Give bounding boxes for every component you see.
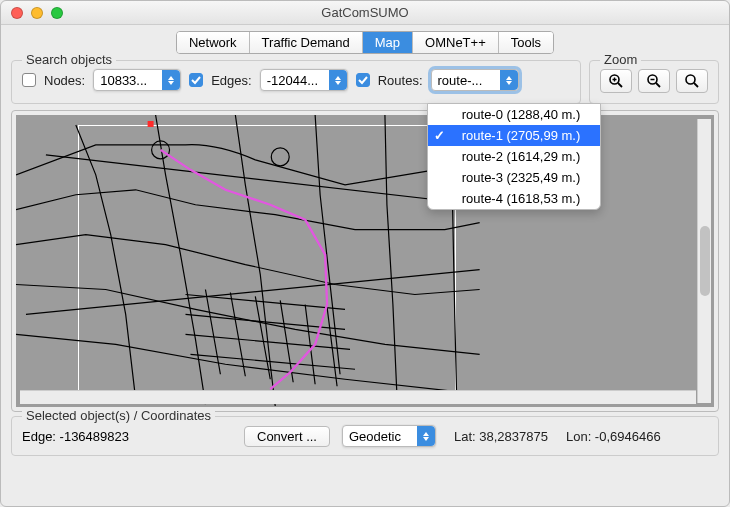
tab-bar: Network Traffic Demand Map OMNeT++ Tools bbox=[1, 31, 729, 54]
convert-button[interactable]: Convert ... bbox=[244, 426, 330, 447]
nodes-checkbox[interactable] bbox=[22, 73, 36, 87]
chevron-updown-icon bbox=[329, 70, 347, 90]
nodes-select[interactable]: 10833... bbox=[93, 69, 181, 91]
svg-line-1 bbox=[618, 83, 622, 87]
svg-line-8 bbox=[694, 83, 698, 87]
routes-label: Routes: bbox=[378, 73, 423, 88]
map-vertical-scrollbar[interactable] bbox=[697, 119, 711, 403]
selected-panel: Selected object(s) / Coordinates Edge: -… bbox=[11, 416, 719, 456]
route-option-1[interactable]: route-1 (2705,99 m.) bbox=[428, 125, 600, 146]
svg-point-10 bbox=[271, 148, 289, 166]
routes-dropdown[interactable]: route-0 (1288,40 m.) route-1 (2705,99 m.… bbox=[427, 103, 601, 210]
tab-omnetpp[interactable]: OMNeT++ bbox=[413, 32, 499, 53]
zoom-panel: Zoom bbox=[589, 60, 719, 104]
scrollbar-thumb[interactable] bbox=[700, 226, 710, 296]
edges-label: Edges: bbox=[211, 73, 251, 88]
zoom-legend: Zoom bbox=[600, 52, 641, 67]
zoom-in-button[interactable] bbox=[600, 69, 632, 93]
selected-edge-label: Edge: -136489823 bbox=[22, 429, 232, 444]
route-option-3[interactable]: route-3 (2325,49 m.) bbox=[428, 167, 600, 188]
title-bar: GatComSUMO bbox=[1, 1, 729, 25]
route-option-2[interactable]: route-2 (1614,29 m.) bbox=[428, 146, 600, 167]
map-panel bbox=[11, 110, 719, 412]
svg-rect-11 bbox=[148, 121, 154, 127]
edges-select[interactable]: -12044... bbox=[260, 69, 348, 91]
svg-point-7 bbox=[686, 75, 695, 84]
controls-row: Search objects Nodes: 10833... Edges: -1… bbox=[11, 60, 719, 104]
edges-checkbox[interactable] bbox=[189, 73, 203, 87]
selected-legend: Selected object(s) / Coordinates bbox=[22, 408, 215, 423]
tab-tools[interactable]: Tools bbox=[499, 32, 553, 53]
magnifier-minus-icon bbox=[646, 73, 662, 89]
lat-label: Lat: 38,2837875 bbox=[454, 429, 548, 444]
route-option-0[interactable]: route-0 (1288,40 m.) bbox=[428, 104, 600, 125]
routes-checkbox[interactable] bbox=[356, 73, 370, 87]
nodes-label: Nodes: bbox=[44, 73, 85, 88]
tab-group: Network Traffic Demand Map OMNeT++ Tools bbox=[176, 31, 554, 54]
tab-network[interactable]: Network bbox=[177, 32, 250, 53]
route-option-4[interactable]: route-4 (1618,53 m.) bbox=[428, 188, 600, 209]
map-canvas[interactable] bbox=[16, 115, 714, 407]
chevron-updown-icon bbox=[162, 70, 180, 90]
search-objects-panel: Search objects Nodes: 10833... Edges: -1… bbox=[11, 60, 581, 104]
zoom-out-button[interactable] bbox=[638, 69, 670, 93]
tab-traffic-demand[interactable]: Traffic Demand bbox=[250, 32, 363, 53]
magnifier-icon bbox=[684, 73, 700, 89]
chevron-updown-icon bbox=[500, 70, 518, 90]
zoom-fit-button[interactable] bbox=[676, 69, 708, 93]
road-network-icon bbox=[16, 115, 714, 406]
svg-line-5 bbox=[656, 83, 660, 87]
map-horizontal-scrollbar[interactable] bbox=[20, 390, 696, 404]
selected-panel-wrap: Selected object(s) / Coordinates Edge: -… bbox=[11, 416, 719, 456]
coord-system-select[interactable]: Geodetic bbox=[342, 425, 436, 447]
search-legend: Search objects bbox=[22, 52, 116, 67]
routes-select[interactable]: route-... bbox=[431, 69, 519, 91]
chevron-updown-icon bbox=[417, 426, 435, 446]
magnifier-plus-icon bbox=[608, 73, 624, 89]
window-title: GatComSUMO bbox=[1, 5, 729, 20]
lon-label: Lon: -0,6946466 bbox=[566, 429, 661, 444]
tab-map[interactable]: Map bbox=[363, 32, 413, 53]
